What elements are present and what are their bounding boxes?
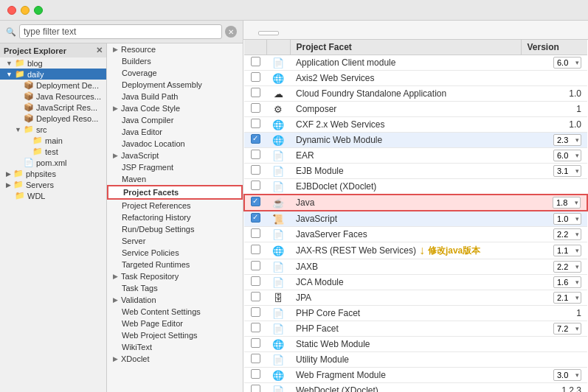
- explorer-item-phpsites[interactable]: ▶📁phpsites: [0, 168, 106, 179]
- nav-item-server[interactable]: Server: [107, 235, 243, 247]
- checkbox-cell[interactable]: [244, 179, 266, 195]
- checkbox-cell[interactable]: [244, 227, 266, 242]
- checkbox[interactable]: [251, 245, 260, 254]
- nav-item-task-tags[interactable]: Task Tags: [107, 282, 243, 294]
- checkbox[interactable]: [251, 307, 260, 317]
- nav-item-run-debug[interactable]: Run/Debug Settings: [107, 223, 243, 235]
- checkbox[interactable]: [251, 292, 260, 301]
- nav-item-builders[interactable]: Builders: [107, 55, 243, 67]
- checkbox-cell[interactable]: [244, 337, 266, 352]
- checkbox[interactable]: [251, 354, 260, 363]
- version-select[interactable]: 1.1: [553, 245, 581, 256]
- explorer-item-src[interactable]: ▼📁src: [0, 124, 106, 135]
- checkbox-cell[interactable]: [244, 86, 266, 102]
- checkbox[interactable]: [251, 88, 260, 97]
- checkbox[interactable]: [251, 119, 260, 128]
- version-select[interactable]: 2.2: [553, 228, 581, 240]
- checkbox-cell[interactable]: [244, 352, 266, 368]
- nav-item-java-editor[interactable]: Java Editor: [107, 126, 243, 138]
- checkbox-cell[interactable]: [244, 275, 266, 290]
- search-clear-button[interactable]: ✕: [225, 26, 237, 38]
- checkbox-cell[interactable]: [244, 242, 266, 259]
- checkbox-cell[interactable]: [244, 71, 266, 86]
- config-value[interactable]: [258, 31, 279, 35]
- version-select[interactable]: 7.2: [553, 323, 581, 335]
- checkbox-cell[interactable]: [244, 211, 266, 227]
- nav-item-java-compiler[interactable]: Java Compiler: [107, 114, 243, 126]
- maximize-button[interactable]: [34, 6, 43, 15]
- checkbox-cell[interactable]: [244, 259, 266, 275]
- nav-item-resource[interactable]: ▶Resource: [107, 43, 243, 55]
- nav-item-wikitext[interactable]: WikiText: [107, 341, 243, 353]
- checkbox[interactable]: [251, 197, 260, 206]
- nav-item-targeted-runtimes[interactable]: Targeted Runtimes: [107, 259, 243, 270]
- checkbox[interactable]: [251, 338, 260, 348]
- nav-item-web-content-settings[interactable]: Web Content Settings: [107, 306, 243, 318]
- nav-item-web-project-settings[interactable]: Web Project Settings: [107, 329, 243, 341]
- version-dropdown-wrap[interactable]: 3.0: [553, 369, 581, 381]
- version-dropdown-wrap[interactable]: 2.1: [553, 292, 581, 304]
- checkbox[interactable]: [251, 72, 260, 82]
- version-select[interactable]: 1.6: [553, 276, 581, 288]
- checkbox-cell[interactable]: [244, 55, 266, 71]
- version-select[interactable]: 2.1: [553, 292, 581, 304]
- checkbox-cell[interactable]: [244, 117, 266, 133]
- checkbox[interactable]: [251, 103, 260, 113]
- nav-item-validation[interactable]: ▶Validation: [107, 294, 243, 306]
- checkbox[interactable]: [251, 276, 260, 286]
- nav-item-xdoclet[interactable]: ▶XDoclet: [107, 353, 243, 365]
- version-select[interactable]: 1.8: [553, 197, 581, 209]
- nav-item-web-page-editor[interactable]: Web Page Editor: [107, 318, 243, 329]
- version-dropdown-wrap[interactable]: 1.0: [553, 213, 581, 225]
- version-dropdown-wrap[interactable]: 1.8: [553, 197, 581, 209]
- nav-item-jsp-fragment[interactable]: JSP Fragment: [107, 161, 243, 173]
- checkbox[interactable]: [251, 181, 260, 190]
- checkbox[interactable]: [251, 134, 260, 144]
- nav-item-refactoring-history[interactable]: Refactoring History: [107, 211, 243, 223]
- nav-item-project-references[interactable]: Project References: [107, 200, 243, 211]
- checkbox[interactable]: [251, 213, 260, 223]
- explorer-item-daily[interactable]: ▼📁daily: [0, 69, 106, 80]
- explorer-item-servers[interactable]: ▶📁Servers: [0, 179, 106, 190]
- nav-item-coverage[interactable]: Coverage: [107, 67, 243, 79]
- checkbox-cell[interactable]: [244, 321, 266, 337]
- explorer-item-deployment[interactable]: 📦Deployment De...: [0, 80, 106, 91]
- checkbox-cell[interactable]: [244, 195, 266, 211]
- checkbox-cell[interactable]: [244, 164, 266, 179]
- checkbox[interactable]: [251, 57, 260, 66]
- checkbox-cell[interactable]: [244, 368, 266, 383]
- version-dropdown-wrap[interactable]: 6.0: [553, 150, 581, 161]
- version-select[interactable]: 6.0: [553, 57, 581, 69]
- version-select[interactable]: 2.3: [553, 134, 581, 146]
- version-dropdown-wrap[interactable]: 7.2: [553, 323, 581, 335]
- checkbox[interactable]: [251, 150, 260, 159]
- checkbox[interactable]: [251, 228, 260, 238]
- checkbox[interactable]: [251, 385, 260, 392]
- checkbox[interactable]: [251, 165, 260, 175]
- nav-item-javascript-nav[interactable]: ▶JavaScript: [107, 150, 243, 161]
- checkbox-cell[interactable]: [244, 290, 266, 306]
- version-select[interactable]: 6.0: [553, 150, 581, 161]
- close-button[interactable]: [7, 6, 16, 15]
- nav-item-project-facets[interactable]: Project Facets: [107, 185, 243, 200]
- version-select[interactable]: 2.2: [553, 261, 581, 273]
- explorer-item-blog[interactable]: ▼📁blog: [0, 57, 106, 69]
- explorer-item-javascript[interactable]: 📦JavaScript Res...: [0, 102, 106, 113]
- nav-item-java-code-style[interactable]: ▶Java Code Style: [107, 102, 243, 114]
- version-select[interactable]: 1.0: [553, 213, 581, 225]
- checkbox-cell[interactable]: [244, 306, 266, 321]
- checkbox-cell[interactable]: [244, 148, 266, 164]
- explorer-item-javaresources[interactable]: 📦Java Resources...: [0, 91, 106, 102]
- nav-item-javadoc-location[interactable]: Javadoc Location: [107, 138, 243, 150]
- checkbox[interactable]: [251, 323, 260, 332]
- search-input[interactable]: [19, 24, 222, 39]
- minimize-button[interactable]: [21, 6, 30, 15]
- nav-item-maven[interactable]: Maven: [107, 173, 243, 185]
- nav-item-deployment-assembly[interactable]: Deployment Assembly: [107, 79, 243, 91]
- explorer-item-test[interactable]: 📁test: [0, 146, 106, 157]
- checkbox-cell[interactable]: [244, 102, 266, 117]
- checkbox[interactable]: [251, 261, 260, 270]
- version-dropdown-wrap[interactable]: 1.6: [553, 276, 581, 288]
- explorer-item-deployed[interactable]: 📦Deployed Reso...: [0, 113, 106, 124]
- version-dropdown-wrap[interactable]: 6.0: [553, 57, 581, 69]
